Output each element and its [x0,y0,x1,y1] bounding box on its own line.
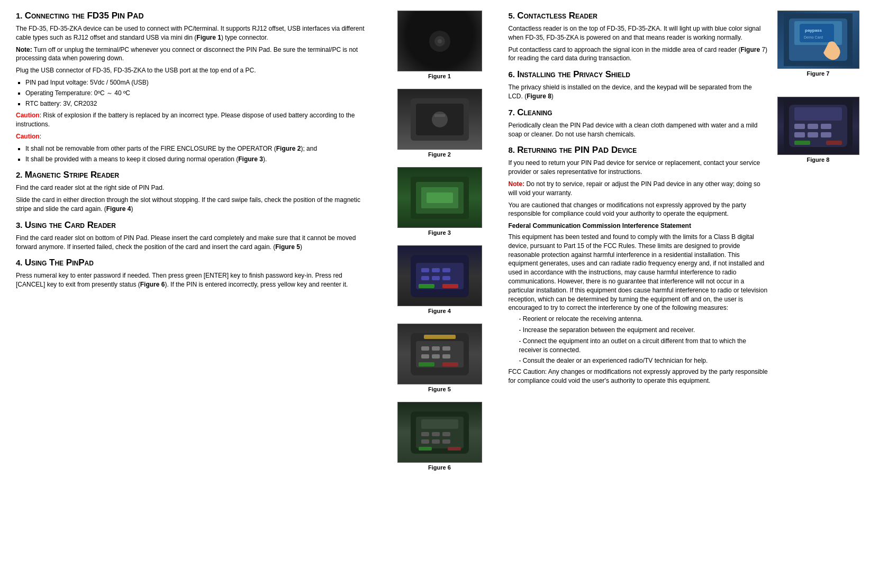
svg-rect-32 [424,335,456,339]
figure-8-box: Figure 8 [777,97,859,163]
figure-1-label: Figure 1 [428,73,451,79]
s1-note: Note: Turn off or unplug the terminal/PC… [16,45,371,63]
svg-text:paypass: paypass [805,28,822,33]
figure-8-label: Figure 8 [807,157,830,163]
s8-p2: You are cautioned that changes or modifi… [509,201,768,219]
svg-rect-16 [442,268,450,272]
s1-bullet1: PIN pad Input voltage: 5Vdc / 500mA (USB… [25,78,371,87]
figure-7-image: paypass Demo Card [777,11,859,69]
figure-6-label: Figure 6 [428,464,451,471]
figure-6-image [397,402,482,463]
svg-rect-11 [427,192,453,203]
svg-rect-39 [421,439,429,444]
figure-1-image [397,11,482,71]
figure-6-box: Figure 6 [397,402,482,471]
section-1-title: 1. Connecting the FD35 PIN PAD [16,11,371,21]
section-4-title: 4. Using The PinPad [16,258,371,268]
section-3-title: 3. Using the Card Reader [16,220,371,231]
svg-rect-58 [821,132,831,137]
right-figures-column: paypass Demo Card Figure 7 [773,11,863,388]
svg-rect-21 [442,284,458,288]
svg-rect-38 [442,432,450,436]
center-figures-column: Figure 1 Figure 2 [382,11,498,475]
svg-rect-14 [421,268,429,272]
figure-4-label: Figure 4 [428,308,451,314]
svg-rect-30 [419,362,434,366]
figure-7-box: paypass Demo Card Figure 7 [777,11,859,77]
s2-p2: Slide the card in either direction throu… [16,196,371,214]
fcc-title: Federal Communication Commission Interfe… [509,222,768,231]
s5-p1: Contactless reader is on the top of FD-3… [509,24,768,42]
figure-5-box: Figure 5 [397,324,482,392]
s1-caution-bullets: It shall not be removable from other par… [25,144,371,164]
fcc-body: This equipment has been tested and found… [509,233,768,313]
section-2-title: 2. Magnetic Stripe Reader [16,170,371,180]
figure-3-box: Figure 3 [397,167,482,236]
svg-rect-53 [794,124,805,129]
fcc-section: Federal Communication Commission Interfe… [509,222,768,385]
svg-point-6 [432,112,448,127]
svg-rect-47 [800,24,834,42]
s6-p1: The privacy shield is installed on the d… [509,83,768,101]
svg-rect-57 [808,132,818,137]
svg-rect-31 [442,362,458,366]
figure-5-label: Figure 5 [428,386,451,392]
svg-rect-28 [432,354,440,359]
svg-rect-35 [421,419,458,429]
section-8-title: 8. Returning the PIN PAD Device [509,145,768,155]
svg-rect-19 [442,276,450,280]
fcc-item1: - Reorient or relocate the receiving ant… [519,315,768,324]
figure-5-image [397,324,482,384]
page-layout: 1. Connecting the FD35 PIN PAD The FD-35… [16,11,863,475]
svg-rect-54 [808,124,818,129]
svg-rect-26 [442,346,450,351]
s3-p1: Find the card reader slot on bottom of P… [16,234,371,252]
s1-caution-b2: It shall be provided with a means to kee… [25,155,371,164]
s4-p1: Press numeral key to enter password if n… [16,271,371,289]
fcc-item2: - Increase the separation between the eq… [519,326,768,335]
svg-point-3 [438,39,442,43]
svg-rect-24 [421,346,429,351]
svg-rect-59 [794,141,810,145]
figure-4-box: Figure 4 [397,245,482,314]
figure-8-image [777,97,859,155]
svg-rect-15 [432,268,440,272]
s7-p1: Periodically clean the PIN Pad device wi… [509,121,768,139]
s5-p2: Put contactless card to approach the sig… [509,45,768,63]
right-column: 5. Contactless Reader Contactless reader… [509,11,864,475]
section-7-title: 7. Cleaning [509,107,768,118]
figure-1-box: Figure 1 [397,11,482,79]
svg-rect-36 [421,432,429,436]
s1-caution-p: Caution: Risk of explosion if the batter… [16,111,371,129]
fcc-list: - Reorient or relocate the receiving ant… [519,315,768,365]
svg-rect-56 [794,132,805,137]
svg-rect-52 [794,107,842,121]
s1-p1: The FD-35, FD-35-ZKA device can be used … [16,24,371,42]
svg-rect-43 [448,447,461,451]
s1-bullets: PIN pad Input voltage: 5Vdc / 500mA (USB… [25,78,371,108]
figure-4-image [397,245,482,306]
section-6-title: 6. Installing the Privacy Shield [509,69,768,80]
s1-caution-b1: It shall not be removable from other par… [25,144,371,153]
right-main-content: 5. Contactless Reader Contactless reader… [509,11,768,388]
fcc-footer: FCC Caution: Any changes or modification… [509,368,768,385]
svg-rect-29 [442,354,450,359]
svg-rect-40 [432,439,440,444]
left-column: 1. Connecting the FD35 PIN PAD The FD-35… [16,11,371,475]
s1-bullet3: RTC battery: 3V, CR2032 [25,99,371,108]
fcc-item3: - Connect the equipment into an outlet o… [519,337,768,355]
svg-rect-20 [419,284,434,288]
s1-caution-header: Caution: [16,132,371,141]
svg-rect-41 [442,439,450,444]
svg-rect-55 [821,124,831,129]
svg-rect-27 [421,354,429,359]
figure-2-label: Figure 2 [428,151,451,158]
figure-3-label: Figure 3 [428,229,451,236]
svg-rect-42 [419,447,432,451]
figure-2-box: Figure 2 [397,89,482,158]
s1-bullet2: Operating Temperature: 0ºC ～ 40 ºC [25,89,371,98]
svg-rect-60 [826,141,842,145]
svg-rect-25 [432,346,440,351]
section-5-title: 5. Contactless Reader [509,11,768,21]
figure-3-image [397,167,482,228]
